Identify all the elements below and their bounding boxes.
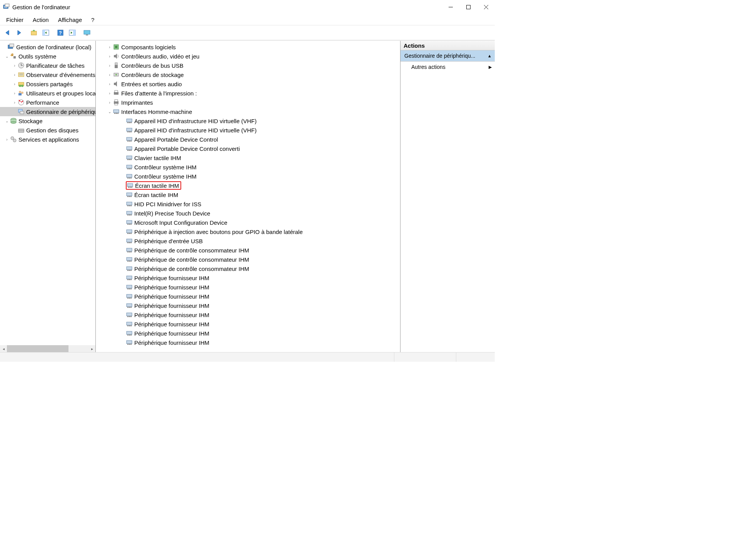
tree-users[interactable]: › Utilisateurs et groupes locaux <box>0 89 95 98</box>
tree-label: Stockage <box>18 118 43 124</box>
horizontal-scrollbar[interactable]: ◂ ▸ <box>0 345 95 352</box>
tree-outils[interactable]: ⌄ Outils système <box>0 52 95 61</box>
device-row[interactable]: Périphérique fournisseur IHM <box>96 301 400 310</box>
expand-icon[interactable]: › <box>12 62 18 69</box>
expand-icon[interactable]: › <box>12 81 18 87</box>
device-row[interactable]: Périphérique fournisseur IHM <box>96 338 400 347</box>
svg-rect-97 <box>131 187 132 188</box>
expand-icon[interactable]: › <box>107 44 113 50</box>
expand-icon[interactable]: › <box>12 99 18 105</box>
device-row[interactable]: Périphérique fournisseur IHM <box>96 282 400 292</box>
svg-rect-21 <box>86 35 88 35</box>
device-row[interactable]: ⌄Interfaces Homme-machine <box>96 107 400 116</box>
device-row[interactable]: Microsoft Input Configuration Device <box>96 218 400 227</box>
menu-action[interactable]: Action <box>28 16 53 24</box>
help-button[interactable]: ? <box>55 27 66 38</box>
up-button[interactable] <box>28 27 40 38</box>
device-row[interactable]: Périphérique d'entrée USB <box>96 236 400 246</box>
expand-icon[interactable]: › <box>107 81 113 87</box>
minimize-button[interactable] <box>442 1 459 13</box>
device-row[interactable]: Périphérique de contrôle consommateur IH… <box>96 264 400 273</box>
device-label: Clavier tactile IHM <box>134 155 181 161</box>
menu-affichage[interactable]: Affichage <box>53 16 87 24</box>
device-row[interactable]: Écran tactile IHM <box>96 190 400 199</box>
hid-device-icon <box>126 284 133 291</box>
device-row[interactable]: Clavier tactile IHM <box>96 153 400 162</box>
device-row[interactable]: ›Contrôleurs de bus USB <box>96 61 400 70</box>
device-row[interactable]: Périphérique fournisseur IHM <box>96 292 400 301</box>
svg-rect-108 <box>129 214 130 216</box>
show-hide-action-button[interactable] <box>67 27 78 38</box>
device-row[interactable]: Contrôleur système IHM <box>96 172 400 181</box>
svg-rect-138 <box>127 285 132 288</box>
device-row[interactable]: Périphérique à injection avec boutons po… <box>96 227 400 236</box>
close-button[interactable] <box>477 1 495 13</box>
device-row[interactable]: Périphérique fournisseur IHM <box>96 319 400 329</box>
tree-stockage[interactable]: ⌄ Stockage <box>0 116 95 125</box>
device-row[interactable]: ›Contrôleurs de stockage <box>96 70 400 79</box>
forward-button[interactable] <box>13 27 25 38</box>
device-row[interactable]: Appareil Portable Device Control convert… <box>96 144 400 153</box>
device-row[interactable]: Appareil HID d'infrastructure HID virtue… <box>96 116 400 125</box>
tree-devmgr[interactable]: Gestionnaire de périphériques <box>0 107 95 116</box>
device-row[interactable]: ›Imprimantes <box>96 98 400 107</box>
tree-root[interactable]: Gestion de l'ordinateur (local) <box>0 42 95 52</box>
device-row[interactable]: Contrôleur système IHM <box>96 162 400 172</box>
device-row[interactable]: Périphérique fournisseur IHM <box>96 329 400 338</box>
scroll-left-button[interactable]: ◂ <box>0 345 7 352</box>
show-hide-tree-button[interactable] <box>40 27 52 38</box>
tree-planif[interactable]: › Planificateur de tâches <box>0 61 95 70</box>
device-row[interactable]: Écran tactile IHM <box>96 181 400 190</box>
collapse-icon[interactable]: ⌄ <box>4 118 10 124</box>
device-label: Contrôleurs de stockage <box>121 72 184 78</box>
expand-icon[interactable]: › <box>107 99 113 105</box>
device-row[interactable]: Périphérique fournisseur IHM <box>96 273 400 282</box>
device-tree-scroll[interactable]: ›Composants logiciels›Contrôleurs audio,… <box>96 41 400 352</box>
tree-dossiers[interactable]: › Dossiers partagés <box>0 79 95 89</box>
expand-icon[interactable]: › <box>4 136 10 142</box>
performance-icon <box>18 99 25 106</box>
expand-icon[interactable]: › <box>12 90 18 96</box>
actions-group[interactable]: Gestionnaire de périphériqu... ▲ <box>401 50 495 62</box>
collapse-icon[interactable]: ⌄ <box>107 109 113 115</box>
tree-disques[interactable]: Gestion des disques <box>0 125 95 135</box>
device-row[interactable]: ›Composants logiciels <box>96 42 400 52</box>
device-label: Entrées et sorties audio <box>121 81 182 87</box>
monitor-button[interactable] <box>81 27 93 38</box>
device-row[interactable]: Appareil Portable Device Control <box>96 135 400 144</box>
device-row[interactable]: Appareil HID d'infrastructure HID virtue… <box>96 125 400 135</box>
device-label: Périphérique fournisseur IHM <box>134 339 209 346</box>
tree-observ[interactable]: › Observateur d'événements <box>0 70 95 79</box>
actions-more[interactable]: Autres actions ▶ <box>401 62 495 72</box>
expand-icon[interactable]: › <box>107 53 113 59</box>
collapse-icon[interactable]: ⌄ <box>4 53 10 59</box>
scroll-thumb[interactable] <box>7 345 68 352</box>
menu-fichier[interactable]: Fichier <box>2 16 28 24</box>
maximize-button[interactable] <box>459 1 477 13</box>
svg-rect-76 <box>129 140 130 142</box>
svg-rect-72 <box>129 131 130 132</box>
device-row[interactable]: Périphérique de contrôle consommateur IH… <box>96 255 400 264</box>
expand-icon[interactable]: › <box>107 72 113 78</box>
device-row[interactable]: ›Entrées et sorties audio <box>96 79 400 89</box>
back-button[interactable] <box>2 27 13 38</box>
expand-icon[interactable]: › <box>12 72 18 78</box>
device-label: Périphérique fournisseur IHM <box>134 321 209 327</box>
device-row[interactable]: HID PCI Minidriver for ISS <box>96 199 400 209</box>
device-row[interactable]: Intel(R) Precise Touch Device <box>96 209 400 218</box>
device-row[interactable]: ›Contrôleurs audio, vidéo et jeu <box>96 52 400 61</box>
device-row[interactable]: ›Files d'attente à l'impression : <box>96 89 400 98</box>
menu-help[interactable]: ? <box>87 16 99 24</box>
scroll-right-button[interactable]: ▸ <box>88 345 95 352</box>
svg-rect-69 <box>130 122 132 123</box>
 <box>120 118 126 124</box>
expand-icon[interactable]: › <box>107 62 113 69</box>
device-row[interactable]: Périphérique fournisseur IHM <box>96 310 400 319</box>
console-tree[interactable]: Gestion de l'ordinateur (local) ⌄ Outils… <box>0 41 95 345</box>
expand-icon[interactable]: › <box>107 90 113 96</box>
device-row[interactable]: Périphérique de contrôle consommateur IH… <box>96 246 400 255</box>
svg-rect-155 <box>127 325 129 326</box>
svg-rect-141 <box>130 288 132 289</box>
tree-perf[interactable]: › Performance <box>0 98 95 107</box>
tree-services[interactable]: › Services et applications <box>0 135 95 144</box>
